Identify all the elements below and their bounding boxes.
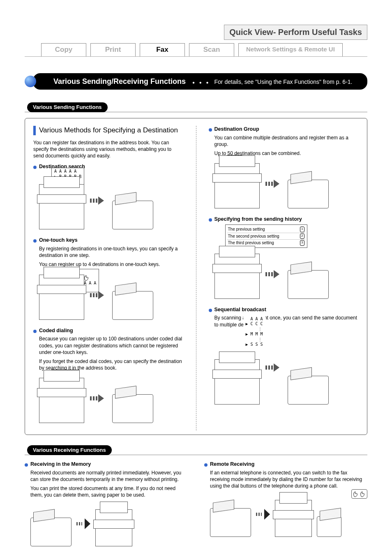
bullet-icon	[33, 330, 37, 333]
one-touch-illustration: A A A	[39, 271, 184, 320]
remote-body: If an external telephone is connected, y…	[204, 469, 367, 490]
seq-body: By scanning a document once, you can sen…	[209, 314, 359, 328]
fax-machine-icon	[112, 201, 153, 229]
dest-search-illustration: A A A A A ▶ B B B B B C C C C C	[39, 172, 184, 229]
history-row-badge: 1	[300, 227, 304, 232]
printer-icon	[39, 184, 84, 229]
arrow-icon	[76, 518, 90, 529]
memory-body1: Received documents are normally printed …	[25, 469, 188, 483]
tab-fax[interactable]: Fax	[140, 43, 185, 56]
seq-title: Sequential broadcast	[214, 306, 266, 313]
bullet-icon	[33, 166, 37, 169]
coded-body1: Because you can register up to 100 desti…	[33, 335, 184, 356]
fax-machine-icon	[210, 508, 251, 537]
tab-scan[interactable]: Scan	[189, 43, 234, 56]
receiving-row: Receiving in the Memory Received documen…	[25, 461, 367, 546]
history-illustration	[214, 250, 359, 299]
bullet-icon	[204, 463, 208, 467]
bullet-icon	[33, 239, 37, 243]
arrow-icon	[90, 197, 106, 205]
sending-chip: Various Sending Functions	[27, 102, 108, 112]
remote-illustration	[210, 492, 367, 537]
receiving-chip: Various Receiving Functions	[27, 445, 112, 455]
methods-heading: Various Methods for Specifying a Destina…	[33, 126, 184, 135]
receiving-remote-col: Remote Receiving If an external telephon…	[204, 461, 367, 546]
history-row: The second previous setting 2	[227, 233, 305, 240]
history-row-badge: 3	[300, 240, 304, 246]
bullet-icon	[209, 128, 212, 132]
fax-machine-icon	[112, 291, 153, 320]
one-touch-body1: By registering destinations in one-touch…	[33, 245, 184, 259]
arrow-icon	[90, 291, 106, 299]
receiving-memory-col: Receiving in the Memory Received documen…	[25, 461, 188, 546]
tab-print[interactable]: Print	[90, 43, 136, 56]
fax-machine-icon	[112, 394, 153, 423]
history-row-label: The second previous setting	[228, 234, 279, 239]
fax-machine-icon	[288, 376, 329, 405]
arrow-icon	[265, 270, 282, 278]
banner-dots-icon	[190, 79, 213, 85]
column-divider	[196, 126, 196, 431]
fax-machine-icon	[288, 180, 329, 208]
telephone-icon	[317, 516, 341, 537]
arrow-icon	[90, 394, 106, 402]
history-item: Specifying from the sending history The …	[209, 216, 359, 298]
printer-icon	[214, 163, 260, 208]
bullet-icon	[209, 309, 212, 312]
seq-screen: A A A ▶ C C C ⋮ ▶ M M M ⋮ ▶ S S S	[243, 316, 265, 348]
fax-machine-icon	[288, 270, 329, 299]
tab-copy[interactable]: Copy	[41, 43, 86, 56]
tab-network[interactable]: Network Settings & Remote UI	[238, 43, 343, 56]
group-title: Destination Group	[214, 126, 259, 133]
printer-icon	[95, 509, 132, 546]
sending-chip-row: Various Sending Functions	[25, 102, 367, 112]
printer-icon	[214, 359, 260, 405]
banner-title: Various Sending/Receiving Functions	[53, 77, 186, 86]
group-item: Destination Group You can combine multip…	[209, 126, 359, 208]
history-box: The previous setting 1 The second previo…	[225, 224, 307, 248]
banner-detail: For details, see "Using the Fax Function…	[214, 79, 353, 85]
arrow-icon	[265, 363, 282, 372]
history-row: The previous setting 1	[227, 226, 305, 233]
arrow-icon	[265, 180, 282, 188]
bullet-icon	[209, 218, 212, 222]
printer-icon	[214, 254, 260, 299]
printer-icon	[275, 500, 312, 537]
coded-illustration: # # # Dial Code BBB	[39, 374, 184, 423]
sending-right-col: Destination Group You can combine multip…	[209, 126, 359, 431]
remote-title: Remote Receiving	[210, 461, 254, 468]
one-touch-item: One-touch keys By registering destinatio…	[33, 237, 184, 319]
sending-box: Various Methods for Specifying a Destina…	[25, 118, 367, 435]
coded-item: Coded dialing Because you can register u…	[33, 327, 184, 423]
history-row-badge: 2	[300, 234, 304, 239]
fax-machine-icon	[30, 518, 71, 546]
dest-search-item: Destination search A A A A A ▶ B B B B B…	[33, 163, 184, 229]
history-row-label: The previous setting	[228, 227, 265, 232]
one-touch-title: One-touch keys	[39, 237, 78, 244]
seq-item: Sequential broadcast By scanning a docum…	[209, 306, 359, 405]
tab-row: Copy Print Fax Scan Network Settings & R…	[25, 43, 367, 57]
history-row: The third previous setting 3	[227, 240, 305, 246]
history-row-label: The third previous setting	[228, 240, 274, 246]
group-body1: You can combine multiple destinations an…	[209, 134, 359, 148]
history-title: Specifying from the sending history	[214, 216, 302, 223]
methods-intro: You can register fax destinations in the…	[33, 139, 184, 160]
printer-icon	[39, 378, 84, 423]
receiving-chip-row: Various Receiving Functions	[25, 445, 367, 455]
bullet-icon	[25, 463, 28, 467]
memory-illustration	[30, 501, 188, 546]
coded-title: Coded dialing	[39, 327, 73, 334]
memory-body2: You can print the stored documents at an…	[25, 485, 188, 498]
seq-illustration: A A A ▶ C C C ⋮ ▶ M M M ⋮ ▶ S S S	[214, 331, 359, 405]
sending-left-col: Various Methods for Specifying a Destina…	[33, 126, 184, 431]
memory-title: Receiving in the Memory	[30, 461, 91, 468]
page-title-box: Quick View- Perform Useful Tasks	[224, 25, 367, 40]
arrow-icon	[256, 509, 270, 520]
hand-press-icon	[351, 489, 367, 498]
printer-icon	[39, 275, 84, 320]
group-illustration: AAAA BBBB CCCC	[214, 159, 359, 208]
section-banner: Various Sending/Receiving Functions For …	[33, 73, 367, 90]
